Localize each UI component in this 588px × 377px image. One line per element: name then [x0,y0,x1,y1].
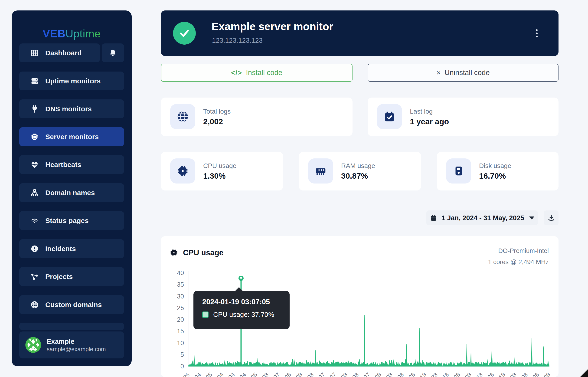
svg-text:0: 0 [180,363,184,370]
user-email: sample@example.com [47,346,106,353]
svg-text:18: 18 [475,371,484,377]
page: VEBUptime Dashboard Uptime monitors DNS … [0,0,588,377]
sidebar-item-label: Incidents [45,245,76,253]
stat-label: RAM usage [341,162,375,170]
svg-text:08: 08 [351,371,360,377]
svg-text:08: 08 [452,371,461,377]
sidebar-item-heartbeats[interactable]: Heartbeats [19,155,124,174]
sidebar-item-label: Custom domains [45,301,102,309]
svg-text:04: 04 [227,371,236,377]
sidebar-item-partial[interactable] [19,323,124,330]
stat-value: 30.87% [341,171,368,180]
exclamation-circle-icon [30,244,39,253]
memory-icon [308,158,333,184]
bell-icon [108,48,117,58]
sidebar-item-status-pages[interactable]: Status pages [19,211,124,230]
chart-tooltip: 2024-01-19 03:07:05 CPU usage: 37.70% [194,291,289,329]
monitor-header-card: Example server monitor 123.123.123.123 [161,11,558,56]
sitemap-icon [30,188,39,198]
svg-text:08: 08 [543,371,552,377]
svg-text:04: 04 [238,371,247,377]
wifi-icon [30,216,39,225]
stat-card-cpu-usage: CPU usage 1.30% [161,152,283,190]
svg-text:08: 08 [295,371,303,377]
svg-text:07: 07 [317,371,326,377]
app-logo: VEBUptime [12,27,132,40]
sidebar-item-label: Uptime monitors [45,77,101,85]
svg-text:40: 40 [177,270,184,276]
stat-label: CPU usage [203,162,236,170]
stat-value: 2,002 [203,117,223,126]
page-title: Example server monitor [212,20,333,33]
monitor-ip: 123.123.123.123 [212,37,263,44]
notifications-button[interactable] [102,43,124,62]
calendar-icon [430,214,437,222]
svg-text:08: 08 [531,371,540,377]
series-marker-icon [202,311,208,318]
svg-text:08: 08 [385,371,394,377]
svg-text:18: 18 [497,371,506,377]
chevron-down-icon [529,216,534,220]
sidebar-item-custom-domains[interactable]: Custom domains [19,295,124,314]
sidebar-item-label: Projects [45,273,73,281]
tooltip-value: CPU usage: 37.70% [213,311,274,318]
svg-text:08: 08 [374,371,382,377]
sidebar-item-label: Status pages [45,217,89,225]
date-range-picker[interactable]: 1 Jan, 2024 - 31 May, 2025 [426,211,538,225]
svg-text:07: 07 [272,371,281,377]
sidebar-item-label: Domain names [45,189,95,197]
logo-veb: VEB [43,27,65,40]
dashboard-grid-icon [30,48,39,58]
stat-value: 1.30% [203,171,226,180]
install-code-button[interactable]: </> Install code [161,64,353,82]
user-profile[interactable]: Example sample@example.com [19,331,124,358]
sidebar-item-domain-names[interactable]: Domain names [19,183,124,202]
svg-text:05: 05 [205,371,213,377]
svg-text:35: 35 [177,281,184,288]
plug-icon [30,104,39,114]
stat-card-disk-usage: Disk usage 16.70% [437,152,558,190]
sidebar-item-uptime-monitors[interactable]: Uptime monitors [19,71,124,90]
close-icon: × [436,69,441,77]
svg-text:5: 5 [180,351,184,358]
sidebar-item-label: Dashboard [45,49,82,57]
svg-text:15: 15 [177,328,184,335]
stat-label: Disk usage [479,162,511,170]
sidebar-item-dns-monitors[interactable]: DNS monitors [19,99,124,118]
sidebar: VEBUptime Dashboard Uptime monitors DNS … [12,11,132,366]
svg-text:04: 04 [216,371,225,377]
svg-text:10: 10 [177,340,184,347]
sidebar-item-dashboard[interactable]: Dashboard [19,43,100,62]
stat-value: 1 year ago [410,117,449,126]
stat-card-last-log: Last log 1 year ago [368,98,558,136]
svg-text:25: 25 [177,305,184,311]
kebab-menu-icon[interactable] [532,26,541,40]
heart-pulse-icon [30,160,39,169]
svg-text:07: 07 [362,371,371,377]
share-nodes-icon [30,272,39,281]
svg-text:18: 18 [419,371,427,377]
svg-text:08: 08 [306,371,315,377]
status-up-check-icon [173,22,196,45]
svg-text:08: 08 [283,371,292,377]
svg-text:08: 08 [396,371,405,377]
stat-value: 16.70% [479,171,506,180]
sidebar-item-projects[interactable]: Projects [19,267,124,286]
svg-text:28: 28 [486,371,495,377]
svg-text:08: 08 [464,371,473,377]
sidebar-item-server-monitors[interactable]: Server monitors [19,127,124,146]
sidebar-item-label: Server monitors [45,133,99,141]
svg-text:20: 20 [177,316,184,323]
export-download-button[interactable] [544,211,558,225]
user-name: Example [47,337,106,346]
sidebar-item-incidents[interactable]: Incidents [19,239,124,258]
svg-text:04: 04 [193,371,202,377]
chip-icon [30,132,39,141]
hard-drive-icon [446,158,471,184]
svg-text:08: 08 [340,371,349,377]
sidebar-item-label: DNS monitors [45,105,92,113]
uninstall-code-button[interactable]: × Uninstall code [368,64,558,82]
globe-icon [30,300,39,309]
stat-card-total-logs: Total logs 2,002 [161,98,353,136]
server-stack-icon [30,76,39,86]
